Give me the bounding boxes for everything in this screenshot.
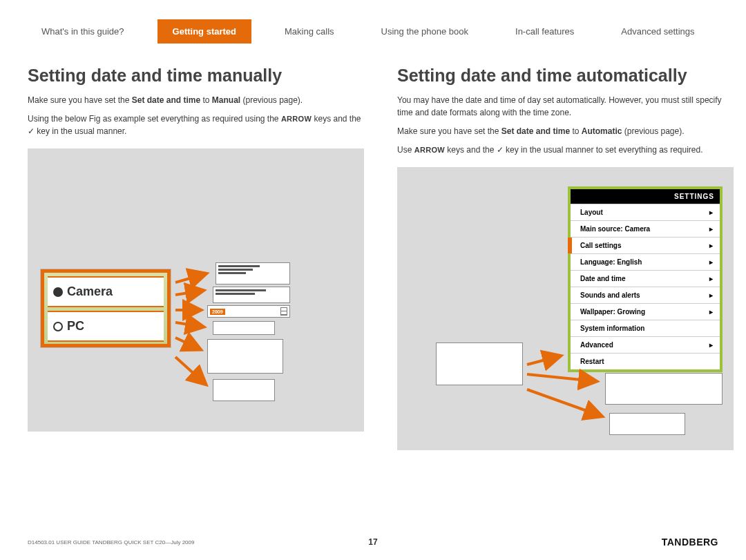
chevron-right-icon: ▸ xyxy=(709,291,713,299)
settings-row-mainsource[interactable]: Main source: Camera▸ xyxy=(571,220,720,237)
figure-auto: SETTINGS Layout▸ Main source: Camera▸ Ca… xyxy=(397,167,734,450)
chevron-right-icon: ▸ xyxy=(709,275,713,282)
tab-advanced[interactable]: Advanced settings xyxy=(607,19,708,44)
settings-row-callsettings[interactable]: Call settings▸ xyxy=(571,237,720,253)
arrow-icon xyxy=(174,320,210,332)
figure-manual: Camera PC 2009 xyxy=(28,148,364,432)
doc-id: D14503.01 USER GUIDE TANDBERG QUICK SET … xyxy=(28,539,194,545)
arrow-icon xyxy=(174,356,213,392)
chevron-right-icon: ▸ xyxy=(709,308,713,316)
source-camera[interactable]: Camera xyxy=(48,276,164,307)
source-camera-label: Camera xyxy=(67,284,113,299)
radio-icon xyxy=(53,322,63,331)
radio-icon xyxy=(53,287,63,297)
chevron-right-icon: ▸ xyxy=(709,225,713,233)
source-pc[interactable]: PC xyxy=(48,311,164,342)
thumb-2 xyxy=(213,287,290,303)
arrow-icon xyxy=(526,371,603,388)
arrow-icon xyxy=(174,305,206,317)
auto-p3: Use ARROW keys and the ✓ key in the usua… xyxy=(397,144,734,156)
arrow-icon xyxy=(526,388,609,424)
source-selector: Camera PC xyxy=(40,269,171,348)
manual-p2: Using the below Fig as example set every… xyxy=(28,113,364,137)
arrow-icon xyxy=(174,288,210,300)
heading-manual: Setting date and time manually xyxy=(28,66,364,86)
thumb-1 xyxy=(216,262,290,284)
settings-row-wallpaper[interactable]: Wallpaper: Growing▸ xyxy=(571,303,720,320)
settings-row-advanced[interactable]: Advanced▸ xyxy=(571,336,720,353)
settings-row-language[interactable]: Language: English▸ xyxy=(571,253,720,270)
manual-p1: Make sure you have set the Set date and … xyxy=(28,94,364,106)
thumb-4 xyxy=(213,321,275,335)
chevron-right-icon: ▸ xyxy=(709,341,713,349)
settings-row-sysinfo[interactable]: System information▸ xyxy=(571,320,720,336)
thumb-box-1 xyxy=(436,342,523,385)
settings-title: SETTINGS xyxy=(571,189,720,204)
arrow-icon xyxy=(174,336,207,356)
brand-logo: TANDBERG xyxy=(662,537,718,548)
right-column: Setting date and time automatically You … xyxy=(397,66,734,450)
source-pc-label: PC xyxy=(67,319,84,334)
tab-getting-started[interactable]: Getting started xyxy=(157,19,251,44)
tab-phone-book[interactable]: Using the phone book xyxy=(367,19,482,44)
chevron-right-icon: ▸ xyxy=(709,209,713,216)
auto-p2: Make sure you have set the Set date and … xyxy=(397,125,734,137)
arrow-icon xyxy=(174,271,213,288)
settings-panel: SETTINGS Layout▸ Main source: Camera▸ Ca… xyxy=(568,186,723,372)
heading-auto: Setting date and time automatically xyxy=(397,66,734,86)
chevron-right-icon: ▸ xyxy=(709,258,713,266)
settings-row-datetime[interactable]: Date and time▸ xyxy=(571,270,720,287)
thumb-6 xyxy=(213,379,275,401)
page-footer: D14503.01 USER GUIDE TANDBERG QUICK SET … xyxy=(28,537,718,548)
thumb-5 xyxy=(207,339,283,374)
left-column: Setting date and time manually Make sure… xyxy=(28,66,364,450)
page-number: 17 xyxy=(368,537,377,547)
top-nav: What's in this guide? Getting started Ma… xyxy=(28,19,718,44)
thumb-box-2 xyxy=(605,373,723,405)
tab-whats-in-guide[interactable]: What's in this guide? xyxy=(28,19,138,44)
stepper-icon xyxy=(280,307,287,316)
settings-row-layout[interactable]: Layout▸ xyxy=(571,204,720,220)
settings-row-sounds[interactable]: Sounds and alerts▸ xyxy=(571,287,720,303)
auto-p1: You may have the date and time of day se… xyxy=(397,94,734,119)
thumb-year: 2009 xyxy=(207,305,290,318)
tab-in-call[interactable]: In-call features xyxy=(501,19,588,44)
thumb-box-3 xyxy=(609,413,685,435)
arrow-icon xyxy=(526,354,567,370)
settings-row-restart[interactable]: Restart▸ xyxy=(571,353,720,369)
chevron-right-icon: ▸ xyxy=(709,242,713,249)
year-badge: 2009 xyxy=(210,309,225,315)
tab-making-calls[interactable]: Making calls xyxy=(271,19,348,44)
